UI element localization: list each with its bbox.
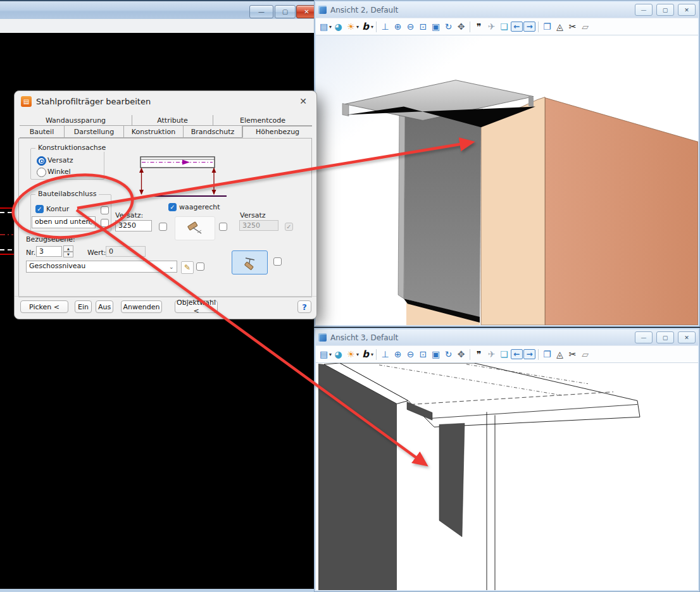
image-view-icon[interactable]: ❏: [498, 20, 510, 33]
niveau-tool-checkbox[interactable]: [219, 223, 227, 231]
rotate-view-icon[interactable]: ↻: [442, 348, 454, 361]
viewport-minimize-button[interactable]: —: [635, 331, 653, 343]
wireframe-icon[interactable]: ◬: [554, 348, 566, 361]
previous-view-icon[interactable]: ←: [511, 22, 523, 32]
tab-wandaussparung[interactable]: Wandaussparung: [20, 115, 132, 126]
section-polygon-icon[interactable]: ▱: [579, 20, 591, 33]
help-button[interactable]: ?: [297, 300, 311, 313]
zoom-window-icon[interactable]: ⊡: [417, 20, 429, 33]
redraw-brush-icon[interactable]: ⊥: [379, 348, 391, 361]
chevron-down-icon[interactable]: ▾: [329, 24, 332, 30]
walk-steps-icon[interactable]: ❞: [473, 20, 485, 33]
edit-pencil-button[interactable]: ✎: [181, 261, 194, 274]
viewport-cube-icon: [318, 333, 327, 342]
chevron-down-icon[interactable]: ▾: [371, 24, 373, 30]
niveau-pick-button-active[interactable]: [232, 250, 268, 274]
fly-mode-icon[interactable]: ✈: [485, 348, 497, 361]
next-view-icon[interactable]: →: [523, 22, 535, 32]
ein-button[interactable]: Ein: [75, 300, 92, 313]
chevron-down-icon[interactable]: ▾: [356, 352, 359, 357]
wireframe-icon[interactable]: ◬: [554, 20, 566, 33]
tab-elementcode[interactable]: Elementcode: [213, 115, 312, 126]
picken-button[interactable]: Picken <: [20, 300, 68, 313]
aus-button[interactable]: Aus: [96, 300, 113, 313]
viewport-ansicht-3: Ansicht 3, Default — ▢ ✕ ▤▾◕☀▾b▾⊥⊕⊖⊡▣↻✥❞…: [314, 328, 700, 592]
pan-hand-icon[interactable]: ✥: [455, 20, 467, 33]
chevron-down-icon[interactable]: ▾: [371, 352, 373, 357]
image-view-icon[interactable]: ❏: [498, 348, 510, 361]
nr-spinner[interactable]: ▲ ▼: [63, 245, 73, 257]
radio-winkel[interactable]: [37, 168, 46, 177]
fly-mode-icon[interactable]: ✈: [485, 20, 497, 33]
tab-darstellung[interactable]: Darstellung: [65, 126, 124, 138]
view-display-icon[interactable]: ▤: [318, 348, 330, 361]
mallet-icon: [185, 220, 205, 237]
spinner-up-icon[interactable]: ▲: [63, 245, 73, 252]
view-display-icon[interactable]: ▤: [318, 20, 330, 33]
maximize-button[interactable]: ▢: [275, 5, 296, 18]
clip-scissors-icon[interactable]: ✂: [566, 348, 578, 361]
kontur-extra-checkbox-1[interactable]: [101, 206, 109, 214]
niveau-pick-checkbox[interactable]: [273, 257, 282, 266]
stahlprofiltraeger-dialog: ▤ Stahlprofilträger bearbeiten ✕ Wandaus…: [14, 90, 317, 319]
tab-brandschutz[interactable]: Brandschutz: [184, 126, 242, 138]
zoom-out-icon[interactable]: ⊖: [404, 348, 416, 361]
viewport-window-icon[interactable]: ❐: [541, 348, 553, 361]
viewport-minimize-button[interactable]: —: [635, 4, 653, 16]
chevron-down-icon[interactable]: ▾: [356, 24, 359, 30]
light-settings-icon[interactable]: ☀: [345, 20, 357, 33]
viewport-maximize-button[interactable]: ▢: [656, 331, 674, 343]
dialog-close-icon[interactable]: ✕: [297, 96, 309, 107]
chevron-down-icon[interactable]: ▾: [329, 352, 332, 357]
viewport2-3d-view[interactable]: [316, 35, 698, 325]
fit-view-icon[interactable]: ▣: [430, 20, 442, 33]
light-settings-icon[interactable]: ☀: [345, 348, 357, 361]
zoom-window-icon[interactable]: ⊡: [417, 348, 429, 361]
render-mode-icon[interactable]: ◕: [332, 20, 344, 33]
flange-left-end: [342, 104, 349, 116]
clip-scissors-icon[interactable]: ✂: [566, 20, 578, 33]
viewport3-titlebar[interactable]: Ansicht 3, Default — ▢ ✕: [316, 330, 698, 345]
wert-input-disabled: 0: [106, 246, 146, 257]
niveau-tool-button[interactable]: [175, 216, 215, 240]
zoom-out-icon[interactable]: ⊖: [404, 20, 416, 33]
fit-view-icon[interactable]: ▣: [430, 348, 442, 361]
viewport2-title: Ansicht 2, Default: [330, 6, 631, 15]
walk-steps-icon[interactable]: ❞: [473, 348, 485, 361]
redraw-brush-icon[interactable]: ⊥: [379, 20, 391, 33]
kontur-checkbox[interactable]: ✓: [35, 205, 44, 213]
versatz-checkbox[interactable]: [159, 223, 167, 231]
radio-versatz[interactable]: [37, 156, 46, 166]
versatz-input[interactable]: 3250: [115, 220, 152, 231]
tab-höhenbezug[interactable]: Höhenbezug: [242, 126, 312, 138]
viewport-close-button[interactable]: ✕: [678, 331, 696, 343]
nr-input[interactable]: 3: [36, 246, 62, 257]
zoom-in-icon[interactable]: ⊕: [392, 20, 404, 33]
render-mode-icon[interactable]: ◕: [332, 348, 344, 361]
previous-view-icon[interactable]: ←: [511, 349, 523, 359]
viewport2-titlebar[interactable]: Ansicht 2, Default — ▢ ✕: [316, 2, 698, 18]
navigation-mode-icon[interactable]: b: [359, 20, 372, 33]
zoom-in-icon[interactable]: ⊕: [392, 348, 404, 361]
section-polygon-icon[interactable]: ▱: [579, 348, 591, 361]
minimize-button[interactable]: —: [249, 5, 273, 18]
tab-bauteil[interactable]: Bauteil: [20, 126, 65, 138]
waagerecht-checkbox[interactable]: ✓: [168, 203, 177, 211]
objektwahl-button[interactable]: Objektwahl <: [175, 300, 218, 313]
kontur-extra-checkbox-2[interactable]: [101, 219, 109, 227]
next-view-icon[interactable]: →: [523, 349, 535, 359]
anwenden-button[interactable]: Anwenden: [121, 300, 162, 313]
navigation-mode-icon[interactable]: b: [359, 348, 372, 361]
pan-hand-icon[interactable]: ✥: [455, 348, 467, 361]
rotate-view-icon[interactable]: ↻: [442, 20, 454, 33]
tab-attribute[interactable]: Attribute: [132, 115, 213, 126]
spinner-down-icon[interactable]: ▼: [63, 252, 73, 258]
abschluss-dropdown[interactable]: oben und unten: [32, 216, 96, 228]
viewport3-3d-view[interactable]: [316, 363, 698, 590]
viewport-window-icon[interactable]: ❐: [541, 20, 553, 33]
viewport-close-button[interactable]: ✕: [678, 4, 696, 16]
tab-konstruktion[interactable]: Konstruktion: [124, 126, 184, 138]
ebene-combobox[interactable]: Geschossniveau: [26, 261, 177, 273]
viewport-maximize-button[interactable]: ▢: [656, 4, 674, 16]
ebene-checkbox[interactable]: [196, 262, 204, 271]
